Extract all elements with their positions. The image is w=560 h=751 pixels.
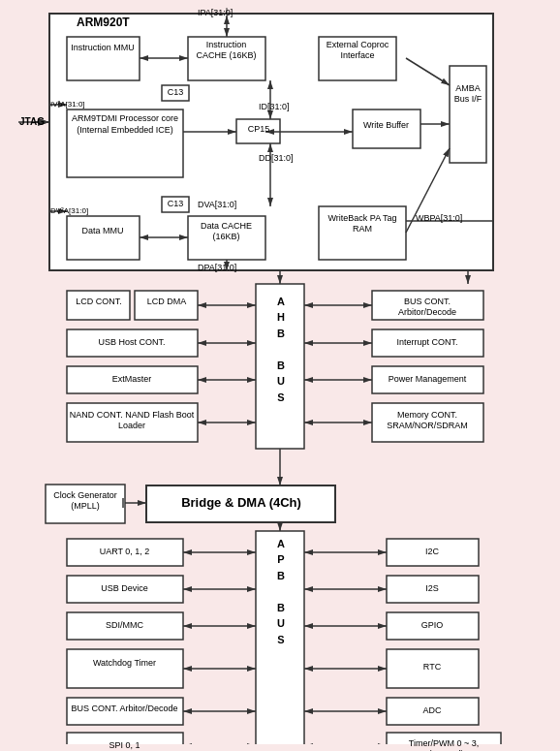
- uart-label: UART 0, 1, 2: [69, 547, 180, 556]
- bridge-dma-label: Bridge & DMA (4Ch): [149, 495, 333, 510]
- usb-host-label: USB Host CONT.: [69, 337, 195, 347]
- power-mgmt-label: Power Management: [374, 374, 481, 386]
- spi-label: SPI 0, 1: [69, 740, 180, 750]
- watchdog-timer-label: Watchdog Timer: [69, 657, 180, 670]
- interrupt-cont-label: Interrupt CONT.: [374, 337, 481, 347]
- dva-label: DVA[31:0]: [198, 200, 236, 209]
- ext-master-label: ExtMaster: [69, 374, 195, 384]
- instruction-mmu-label: Instruction MMU: [69, 43, 137, 54]
- clock-gen-label: Clock Generator (MPLL): [47, 490, 123, 513]
- data-cache-label: Data CACHE (16KB): [190, 221, 263, 243]
- dpa-label: DPA[31:0]: [198, 263, 236, 272]
- dd-label: DD[31:0]: [259, 153, 294, 163]
- diagram: ARM920T IPA[31:0] Instruction MMU Instru…: [18, 8, 542, 744]
- bus-cont-arbitor-top-label: BUS CONT. Arbitor/Decode: [374, 297, 481, 319]
- instruction-cache-label: Instruction CACHE (16KB): [190, 40, 263, 62]
- adc-label: ADC: [389, 705, 476, 715]
- i2s-label: I2S: [389, 583, 476, 593]
- data-mmu-label: Data MMU: [69, 226, 137, 237]
- write-buffer-label: Write Buffer: [355, 120, 418, 132]
- ipa-label: IPA[31:0]: [198, 8, 233, 17]
- cp15-label: CP15: [239, 124, 278, 134]
- iv2a-label: IV²A[31:0]: [50, 100, 85, 109]
- svg-line-28: [406, 58, 450, 85]
- gpio-label: GPIO: [389, 620, 476, 630]
- apb-bus-label: APBBUS: [266, 536, 296, 648]
- memory-cont-label: Memory CONT. SRAM/NOR/SDRAM: [374, 410, 481, 432]
- lcd-dma-label: LCD DMA: [137, 297, 197, 306]
- i2c-label: I2C: [389, 547, 476, 556]
- svg-rect-10: [67, 216, 140, 260]
- amba-bus-label: AMBA Bus I/F: [451, 83, 484, 106]
- usb-device-label: USB Device: [69, 583, 180, 593]
- wbpa-label: WBPA[31:0]: [416, 213, 462, 223]
- c13-2-label: C13: [164, 199, 187, 208]
- dv2a-label: DV²A[31:0]: [50, 206, 88, 215]
- sdi-mmc-label: SDI/MMC: [69, 620, 180, 630]
- timer-pwm-label: Timer/PWM 0 ~ 3, 4(Internal): [389, 738, 499, 752]
- external-coproc-label: External Coproc Interface: [321, 40, 394, 62]
- svg-rect-6: [450, 66, 486, 163]
- arm920t-title: ARM920T: [77, 16, 130, 29]
- c13-1-label: C13: [164, 87, 187, 97]
- lcd-cont-label: LCD CONT.: [69, 297, 129, 306]
- nand-cont-label: NAND CONT. NAND Flash Boot Loader: [69, 410, 195, 432]
- rtc-label: RTC: [389, 662, 476, 672]
- id-label: ID[31:0]: [259, 102, 290, 111]
- writeback-label: WriteBack PA Tag RAM: [321, 213, 404, 235]
- ahb-bus-label: AHBBUS: [266, 294, 296, 406]
- bus-cont-apb-label: BUS CONT. Arbitor/Decode: [69, 704, 180, 715]
- jtag-label: JTAG: [19, 116, 45, 127]
- arm9tdmi-label: ARM9TDMI Processor core (Internal Embedd…: [69, 112, 181, 137]
